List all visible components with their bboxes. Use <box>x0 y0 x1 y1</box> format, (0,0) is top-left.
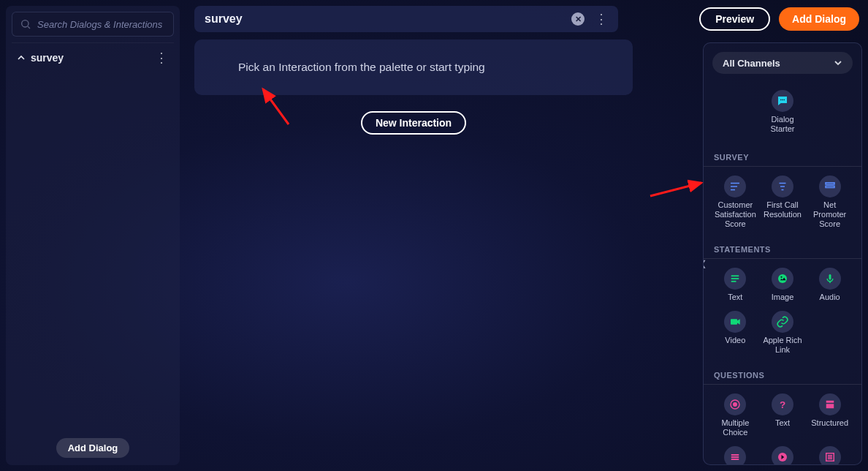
svg-text:?: ? <box>780 399 785 410</box>
palette-item-label: Structured <box>811 418 848 428</box>
svg-line-1 <box>28 26 30 29</box>
palette-item-label: Text <box>775 418 790 428</box>
csat-icon <box>724 176 746 197</box>
palette-item-multiple-choice[interactable]: Multiple Choice <box>712 391 758 440</box>
svg-rect-28 <box>826 401 834 403</box>
question-icon: ? <box>772 393 793 415</box>
palette-item-nps[interactable]: Net Promoter Score <box>807 173 853 232</box>
svg-rect-13 <box>826 183 834 184</box>
palette-item-label: Dialog Starter <box>759 115 806 134</box>
svg-point-22 <box>780 276 782 278</box>
channel-selector[interactable]: All Channels <box>712 52 853 74</box>
interaction-placeholder[interactable]: Pick an Interaction from the palette or … <box>194 39 633 95</box>
collapse-handle-icon[interactable]: ❮ <box>703 255 709 271</box>
palette-item-label: Net Promoter Score <box>807 200 853 229</box>
search-icon <box>20 18 31 30</box>
radio-icon <box>724 393 746 415</box>
close-icon[interactable]: ✕ <box>571 12 585 26</box>
svg-point-5 <box>782 99 783 101</box>
palette-item-csat[interactable]: Customer Satisfaction Score <box>712 173 758 232</box>
svg-rect-24 <box>731 319 737 325</box>
svg-line-3 <box>650 183 701 196</box>
palette-item-fcr[interactable]: First Call Resolution <box>760 173 806 232</box>
interaction-placeholder-text: Pick an Interaction from the palette or … <box>238 61 485 74</box>
palette-item-image[interactable]: Image <box>760 265 806 305</box>
list-picker-icon <box>819 446 841 464</box>
svg-point-4 <box>780 99 782 101</box>
palette-item-label: Multiple Choice <box>712 418 758 437</box>
palette-section-survey: SURVEY Customer Satisfaction Score First… <box>704 144 861 236</box>
palette-item-list-picker[interactable]: List Picker <box>807 443 853 464</box>
interaction-palette: ❮ All Channels Dialog Starter SURVEY Cus… <box>703 42 862 465</box>
palette-item-label: Apple Rich Link <box>760 336 806 355</box>
palette-section-statements: STATEMENTS Text Image Audio Video Apple … <box>704 236 861 362</box>
add-dialog-button-sidebar[interactable]: Add Dialog <box>56 438 130 458</box>
palette-item-dialog-starter[interactable]: Dialog Starter <box>704 87 861 137</box>
chevron-down-icon <box>834 59 842 67</box>
dialog-starter-icon <box>772 90 793 112</box>
audio-icon <box>819 268 841 290</box>
svg-point-21 <box>778 274 787 283</box>
svg-rect-14 <box>826 186 834 187</box>
palette-item-label: Text <box>728 293 742 302</box>
palette-item-text[interactable]: Text <box>712 265 758 305</box>
section-title: QUESTIONS <box>714 371 851 380</box>
dialog-title-pill: survey ✕ ⋮ <box>194 6 618 32</box>
section-title: STATEMENTS <box>714 245 851 254</box>
new-interaction-button[interactable]: New Interaction <box>361 111 466 135</box>
search-dialogs-wrap[interactable] <box>12 12 174 37</box>
section-title: SURVEY <box>714 153 851 162</box>
sidebar-item-survey[interactable]: survey ⋮ <box>12 42 174 72</box>
palette-item-video[interactable]: Video <box>712 308 758 358</box>
preview-button[interactable]: Preview <box>699 7 770 31</box>
palette-item-audio[interactable]: Audio <box>807 265 853 305</box>
palette-item-label: Audio <box>820 293 840 302</box>
svg-point-0 <box>22 20 28 27</box>
palette-item-structured[interactable]: Structured <box>807 391 853 440</box>
chevron-up-icon <box>18 54 25 61</box>
palette-item-quick-reply[interactable]: Quick Reply <box>760 443 806 464</box>
fcr-icon <box>772 176 793 197</box>
button-icon <box>724 446 746 464</box>
palette-item-q-text[interactable]: ? Text <box>760 391 806 440</box>
left-sidebar: survey ⋮ Add Dialog <box>6 6 180 465</box>
dialog-title: survey <box>205 12 564 26</box>
palette-item-apple-rich-link[interactable]: Apple Rich Link <box>760 308 806 358</box>
structured-icon <box>819 393 841 415</box>
palette-item-label: Video <box>725 336 745 345</box>
search-input[interactable] <box>37 19 166 30</box>
quick-reply-icon <box>772 446 793 464</box>
link-icon <box>772 311 793 333</box>
header-bar: survey ✕ ⋮ Preview Add Dialog <box>194 6 859 32</box>
annotation-arrow <box>644 174 710 203</box>
palette-item-label: First Call Resolution <box>760 200 806 219</box>
add-dialog-button-header[interactable]: Add Dialog <box>779 7 859 31</box>
video-icon <box>724 311 746 333</box>
palette-item-button[interactable]: Button <box>712 443 758 464</box>
sidebar-item-label: survey <box>31 52 149 64</box>
palette-section-questions: QUESTIONS Multiple Choice ? Text Structu… <box>704 362 861 464</box>
palette-item-label: Image <box>772 293 794 302</box>
palette-item-label: Customer Satisfaction Score <box>712 200 758 229</box>
svg-point-6 <box>784 99 785 101</box>
kebab-icon[interactable]: ⋮ <box>595 12 608 26</box>
svg-point-26 <box>734 403 737 407</box>
text-icon <box>724 268 746 290</box>
svg-rect-29 <box>826 404 834 408</box>
canvas-area: Pick an Interaction from the palette or … <box>194 39 633 135</box>
nps-icon <box>819 176 841 197</box>
image-icon <box>772 268 793 290</box>
kebab-icon[interactable]: ⋮ <box>155 51 168 64</box>
channel-selected-label: All Channels <box>723 58 780 69</box>
svg-rect-23 <box>829 274 831 280</box>
